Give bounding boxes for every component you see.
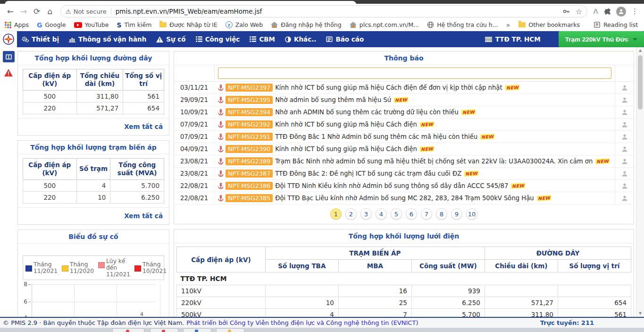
page-button-6[interactable]: 6: [406, 208, 417, 220]
nav-item-label: Khác..: [294, 35, 316, 43]
page-button-7[interactable]: 7: [421, 208, 432, 220]
page-button-1[interactable]: 1: [330, 208, 342, 220]
message-id-badge[interactable]: NPT-MSG2389: [226, 157, 273, 165]
bookmark-dang-nhap[interactable]: Đăng nhập hệ thống: [271, 21, 342, 28]
current-unit[interactable]: TTĐ TP. HCM: [485, 35, 541, 43]
page-button-2[interactable]: 2: [345, 208, 357, 220]
message-author-cell[interactable]: [615, 82, 634, 94]
message-row[interactable]: 22/08/21 NPT-MSG2385 Đội TTĐ Bạc Liêu kí…: [174, 192, 634, 204]
message-id-badge[interactable]: NPT-MSG2390: [226, 145, 273, 153]
message-id-badge[interactable]: NPT-MSG2387: [226, 170, 273, 178]
browser-profile-avatar[interactable]: [616, 7, 626, 17]
url-text[interactable]: pmis.npt.evn.vn/PMIS_Web/eam/eamHome.jsf: [116, 8, 559, 15]
message-text: Kính nhờ ICT bổ sung giúp mã hiệu Cách đ…: [275, 84, 502, 91]
omnibox[interactable]: ⚠ Not secure pmis.npt.evn.vn/PMIS_Web/ea…: [60, 5, 587, 17]
page-button-8[interactable]: 8: [436, 208, 447, 220]
message-id-badge[interactable]: NPT-MSG2394: [226, 108, 273, 116]
bookmark-youtube[interactable]: YouTube: [74, 21, 109, 28]
message-row[interactable]: 04/09/21 NPT-MSG2390 Kính nhờ ICT bổ sun…: [174, 143, 634, 155]
legend-swatch: [134, 265, 141, 272]
message-row[interactable]: 10/09/21 NPT-MSG2394 Nhờ anh ADMIN bổ su…: [174, 106, 634, 119]
station-selector-button[interactable]: Trạm 220kV Thủ Đức: [559, 31, 644, 47]
message-id-badge[interactable]: NPT-MSG2395: [226, 96, 273, 104]
page-button-4[interactable]: 4: [376, 208, 387, 220]
page-button-3[interactable]: 3: [360, 208, 372, 220]
message-filter-input[interactable]: [218, 68, 611, 79]
evn-logo[interactable]: [0, 31, 17, 47]
bookmark-tra-cuu[interactable]: Hệ thống tra cứu h...: [427, 21, 498, 28]
bookmark-plcs[interactable]: plcs.npt.com.vn/M...: [350, 21, 419, 28]
nav-item-thong-so-van-hanh[interactable]: Thông số vận hành: [69, 35, 146, 43]
message-row[interactable]: 03/11/21 NPT-MSG2397 Kính nhờ ICT bổ sun…: [174, 82, 634, 94]
columns-icon: [6, 54, 12, 60]
page-scrollbar[interactable]: ▲ ▼: [636, 47, 644, 317]
message-author-cell[interactable]: [615, 119, 634, 130]
message-author-cell[interactable]: [615, 155, 634, 167]
bookmarks-overflow-chevron[interactable]: »: [506, 21, 510, 29]
message-author-cell[interactable]: [615, 131, 634, 143]
message-row[interactable]: 07/09/21 NPT-MSG2391 TTĐ Đông Bắc 1 Nhờ …: [174, 131, 634, 143]
alert-triangle-button[interactable]: [4, 69, 13, 78]
message-row[interactable]: 29/09/21 NPT-MSG2395 Nhờ admin bổ sung t…: [174, 94, 634, 106]
copyright-text: © PMIS 2.9 · Bản quyền thuộc Tập đoàn đi…: [3, 319, 184, 326]
message-author-cell[interactable]: [615, 180, 634, 192]
security-label[interactable]: Not secure: [74, 8, 107, 15]
nav-item-bao-cao[interactable]: Báo cáo: [326, 35, 364, 43]
message-author-cell[interactable]: [615, 143, 634, 155]
message-row[interactable]: 23/08/21 NPT-MSG2387 TTĐ Đông Bắc 2: Đề …: [174, 168, 634, 180]
cell-length: 571,27: [76, 102, 123, 114]
nav-item-khac[interactable]: Khác..: [285, 35, 316, 43]
developer-link[interactable]: Phát triển bởi Công ty Viễn thông điện l…: [186, 319, 418, 326]
scrollbar-thumb[interactable]: [638, 55, 643, 110]
view-all-link[interactable]: Xem tất cả: [18, 207, 169, 224]
nav-item-su-co[interactable]: Sự cố: [156, 35, 185, 43]
other-bookmarks[interactable]: Other bookmarks: [519, 21, 580, 28]
message-id-badge[interactable]: NPT-MSG2385: [226, 194, 273, 202]
message-id-badge[interactable]: NPT-MSG2391: [226, 133, 273, 141]
bookmark-tim-kiem[interactable]: S Tìm kiếm: [117, 21, 151, 29]
message-author-cell[interactable]: [615, 94, 634, 106]
anchor-icon: [218, 134, 224, 140]
message-author-cell[interactable]: [615, 168, 634, 179]
message-row[interactable]: 23/08/21 NPT-MSG2389 Trạm Bắc Ninh nhờ a…: [174, 155, 634, 168]
back-button[interactable]: ←: [4, 5, 17, 18]
message-row[interactable]: 07/09/21 NPT-MSG2392 Kính nhờ ICT bổ sun…: [174, 119, 634, 131]
extensions-puzzle-icon[interactable]: [603, 8, 611, 15]
bookmark-apps[interactable]: Apps: [5, 21, 29, 28]
reading-list[interactable]: Reading list: [594, 21, 638, 28]
view-all-link[interactable]: Xem tất cả: [18, 118, 169, 135]
page-button-5[interactable]: 5: [391, 208, 402, 220]
bookmark-google[interactable]: G Google: [37, 21, 66, 29]
task-list-icon: [250, 36, 256, 42]
message-id-badge[interactable]: NPT-MSG2386: [226, 182, 273, 190]
nav-item-thiet-bi[interactable]: Thiết bị: [22, 35, 59, 43]
browser-tab-strip: [0, 0, 644, 4]
message-id-badge[interactable]: NPT-MSG2397: [226, 84, 273, 92]
bookmark-zalo[interactable]: z Zalo Web: [226, 21, 263, 28]
refresh-button[interactable]: ⟳: [30, 5, 43, 18]
column-header: Chiều dài (km): [485, 260, 558, 272]
password-key-icon[interactable]: [562, 8, 570, 15]
message-author-cell[interactable]: [615, 106, 634, 118]
scroll-down-arrow[interactable]: ▼: [636, 310, 644, 317]
message-author-cell[interactable]: [615, 192, 634, 204]
bookmark-imported-ie[interactable]: Được Nhập từ IE: [159, 21, 217, 28]
new-badge: NEW: [394, 97, 409, 103]
page-button-10[interactable]: 10: [466, 208, 477, 220]
nav-item-cbm[interactable]: CBM: [250, 35, 275, 43]
message-row[interactable]: 22/08/21 NPT-MSG2386 Đội TTĐ Ninh Kiều k…: [174, 180, 634, 192]
forward-button[interactable]: →: [17, 5, 30, 18]
bookmark-star-icon[interactable]: ☆: [576, 7, 582, 16]
layout-columns-button[interactable]: [3, 51, 15, 62]
nav-item-cong-viec[interactable]: Công việc: [196, 35, 240, 43]
page-button-9[interactable]: 9: [451, 208, 462, 220]
message-id-badge[interactable]: NPT-MSG2392: [226, 120, 273, 128]
apps-grid-icon: [5, 22, 11, 28]
home-button[interactable]: ⌂: [43, 5, 57, 18]
cell-length: 311,80: [76, 90, 123, 102]
scroll-up-arrow[interactable]: ▲: [636, 47, 644, 54]
extension-a-icon[interactable]: Λ: [593, 8, 598, 15]
cell-voltage: 220: [23, 102, 77, 114]
browser-menu-icon[interactable]: ⋮: [631, 7, 638, 16]
chevron-down-icon: [633, 38, 637, 41]
